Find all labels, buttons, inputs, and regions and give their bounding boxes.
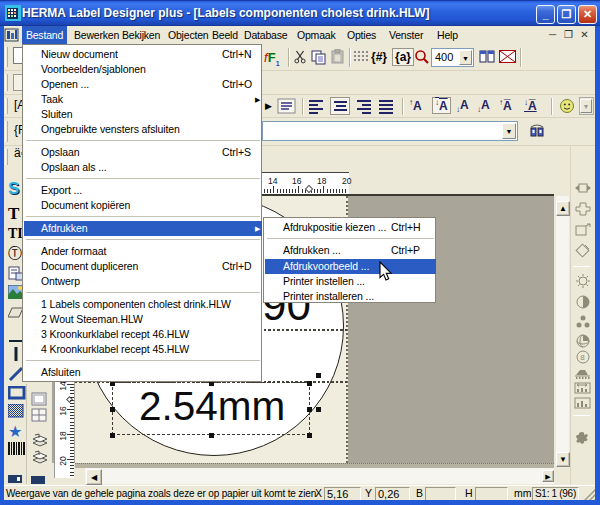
svg-text:8: 8 [580,353,585,362]
